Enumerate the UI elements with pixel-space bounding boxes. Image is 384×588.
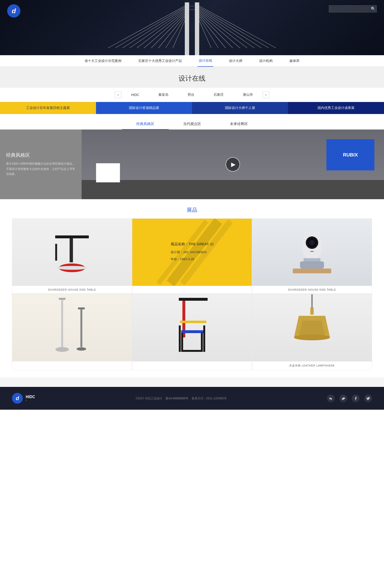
ex-tab-history[interactable]: 工业设计百年发展历程主题展 (0, 102, 96, 114)
exhibit-label-5 (132, 361, 252, 369)
svg-rect-45 (78, 307, 85, 309)
lamp-svg (286, 294, 338, 361)
header: d 🔍 (0, 0, 384, 55)
ex-tab-awards[interactable]: 国际设计奖项精品展 (96, 102, 192, 114)
overlay-year: 年份：1993-3-28 (171, 256, 213, 263)
play-icon: ▶ (231, 161, 235, 168)
play-button[interactable]: ▶ (226, 157, 240, 172)
exhibit-card-3[interactable]: SCHROEDER HOUSE END TABLE (252, 218, 372, 294)
zone-contemporary[interactable]: 当代观点区 (169, 119, 215, 129)
svg-rect-26 (70, 238, 73, 262)
svg-rect-50 (179, 298, 208, 301)
exhibit-label-1: SCHROEDER HOUSE END TABLE (12, 286, 132, 294)
zone-classic[interactable]: 经典风格区 (122, 119, 169, 130)
room-floor (82, 180, 384, 199)
header-background (0, 0, 384, 55)
svg-rect-44 (80, 309, 82, 347)
footer-contact: 联系方式：0311-12345678 (192, 397, 226, 400)
exhibits-title: 展品 (0, 206, 384, 214)
search-button[interactable]: 🔍 (371, 6, 376, 11)
svg-marker-59 (299, 321, 325, 336)
footer-copyright: ©2017 河北工业设计 冀A8-88888888号 联系方式：0311-123… (136, 396, 226, 401)
location-xingtai[interactable]: 邢台 (178, 91, 204, 98)
exhibit-card-6[interactable]: 羊皮吊燈 LEATHER LAMPSHADE (252, 294, 372, 370)
search-area[interactable]: 🔍 (329, 5, 377, 13)
svg-point-36 (309, 240, 315, 246)
preview-description-panel: 经典风格区 展示1900–1999年期间最瞩大众的全球经典设计精品，尽显设计发挥… (0, 130, 82, 199)
preview-section: 经典风格区 展示1900–1999年期间最瞩大众的全球经典设计精品，尽显设计发挥… (0, 130, 384, 199)
section-header: 设计在线 (0, 67, 384, 88)
location-next-btn[interactable]: › (263, 91, 269, 98)
chair-svg (166, 294, 218, 361)
preview-room-view: RUBIX ▶ (82, 130, 384, 199)
location-tangshan[interactable]: 唐山市 (233, 91, 263, 98)
footer-logo-icon: d (12, 393, 23, 404)
nav-item-showcase[interactable]: 省十大工业设计示范案例 (83, 55, 123, 67)
main-content: 设计在线 ‹ HIDC 秦皇岛 邢台 石家庄 唐山市 › 工业设计百年发展历程主… (0, 67, 384, 387)
nav-item-masters[interactable]: 设计大师 (228, 55, 244, 67)
preview-zone-title: 经典风格区 (6, 152, 76, 158)
logo-icon[interactable]: d (7, 4, 21, 18)
footer-logo: d HIDC ≡ (12, 393, 35, 404)
svg-marker-25 (55, 235, 89, 238)
rubix-label: RUBIX (343, 152, 358, 158)
footer-copyright-text: ©2017 河北工业设计 (136, 397, 162, 400)
svg-point-60 (294, 335, 330, 340)
svg-point-43 (55, 347, 69, 352)
svg-rect-55 (203, 325, 205, 352)
exhibit-image-5 (132, 294, 252, 361)
search-input[interactable] (329, 5, 377, 13)
footer-tagline: ≡ (26, 399, 35, 402)
exhibit-card-1[interactable]: SCHROEDER HOUSE END TABLE (12, 218, 132, 294)
location-qinhuangdao[interactable]: 秦皇岛 (149, 91, 178, 98)
preview-zone-description: 展示1900–1999年期间最瞩大众的全球经典设计精品，尽显设计发挥服务大众的社… (6, 161, 76, 177)
main-nav: 省十大工业设计示范案例 石家庄十大优秀工业设计产品 设计在线 设计大师 设计机构… (0, 55, 384, 67)
twitter-icon[interactable] (364, 395, 372, 402)
footer-social (327, 395, 372, 402)
svg-rect-56 (311, 294, 313, 309)
exhibit-card-4[interactable] (12, 294, 132, 370)
svg-rect-53 (181, 350, 203, 352)
exhibit-card-2[interactable]: 展品名称：THE GREAT JJ 设计师：JAC JACOBSEN 年份：19… (132, 218, 252, 294)
zone-tabs: 经典风格区 当代观点区 未来诠释区 (0, 114, 384, 130)
location-shijiazhuang[interactable]: 石家庄 (204, 91, 233, 98)
logo-letter: d (12, 7, 16, 15)
room-exhibit-box (96, 163, 120, 182)
overlay-designer: 设计师：JAC JACOBSEN (171, 249, 213, 256)
svg-rect-40 (293, 269, 331, 273)
exhibit-label-4 (12, 361, 132, 369)
overlay-product-name: 展品名称：THE GREAT JJ (171, 242, 213, 247)
preview-video-panel[interactable]: RUBIX ▶ (82, 130, 384, 199)
exhibition-tabs: 工业设计百年发展历程主题展 国际设计奖项精品展 国际设计大师个人展 国内优秀工业… (0, 102, 384, 114)
nav-item-design-online[interactable]: 设计在线 (197, 55, 213, 67)
footer-logo-letter: d (16, 395, 19, 401)
nav-item-media[interactable]: 媒体库 (288, 55, 301, 67)
svg-point-29 (56, 266, 88, 270)
weibo-icon[interactable] (339, 395, 347, 402)
ex-tab-results[interactable]: 国内优秀工业设计成果展 (288, 102, 384, 114)
ex-tab-masters[interactable]: 国际设计大师个人展 (192, 102, 288, 114)
svg-rect-49 (180, 321, 206, 323)
wechat-icon[interactable] (327, 395, 335, 402)
stand-svg (46, 294, 98, 361)
exhibits-grid-row2: 羊皮吊燈 LEATHER LAMPSHADE (12, 294, 372, 370)
svg-rect-37 (310, 251, 314, 252)
nav-item-products[interactable]: 石家庄十大优秀工业设计产品 (137, 55, 183, 67)
exhibit-card-5[interactable] (132, 294, 252, 370)
exhibit-image-1 (12, 219, 132, 286)
location-hidc[interactable]: HIDC (121, 92, 149, 98)
svg-rect-52 (201, 333, 203, 352)
svg-rect-27 (55, 244, 57, 261)
zone-future[interactable]: 未来诠释区 (215, 119, 262, 129)
location-prev-btn[interactable]: ‹ (115, 91, 121, 98)
nav-item-institutions[interactable]: 设计机构 (258, 55, 274, 67)
exhibit-overlay-panel: 展品名称：THE GREAT JJ 设计师：JAC JACOBSEN 年份：19… (132, 219, 252, 286)
svg-rect-57 (310, 307, 314, 315)
svg-rect-42 (59, 298, 65, 300)
exhibit-label-6: 羊皮吊燈 LEATHER LAMPSHADE (252, 361, 372, 370)
facebook-icon[interactable] (352, 395, 360, 402)
footer: d HIDC ≡ ©2017 河北工业设计 冀A8-88888888号 联系方式… (0, 387, 384, 410)
logo-area[interactable]: d (7, 4, 21, 18)
section-title: 设计在线 (0, 74, 384, 83)
exhibits-section: 展品 (0, 199, 384, 377)
